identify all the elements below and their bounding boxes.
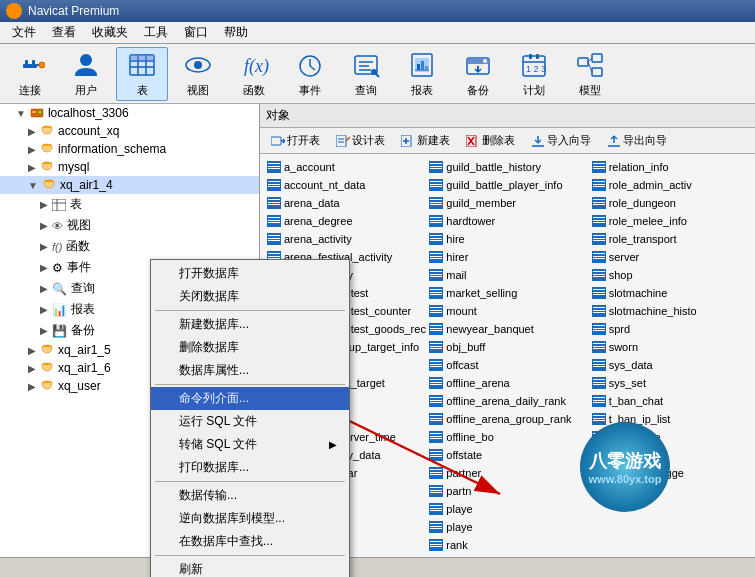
sidebar-functions-label: 函数 (66, 238, 90, 255)
table-entry[interactable]: t_broadcast (589, 446, 751, 464)
toolbar-query[interactable]: 查询 (340, 47, 392, 101)
menu-file[interactable]: 文件 (4, 22, 44, 43)
table-entry[interactable]: sworn (589, 338, 751, 356)
sidebar-db-account-xq[interactable]: ▶ account_xq (0, 122, 259, 140)
table-entry[interactable]: offline_arena (426, 374, 588, 392)
table-entry[interactable]: role_admin_activ (589, 176, 751, 194)
context-menu-item[interactable]: 打印数据库... (151, 456, 349, 479)
table-entry[interactable]: obj_buff (426, 338, 588, 356)
table-entry[interactable]: t_ban_role (589, 428, 751, 446)
toolbar-event[interactable]: 事件 (284, 47, 336, 101)
context-menu-item[interactable]: 在数据库中查找... (151, 530, 349, 553)
svg-rect-57 (271, 137, 281, 145)
table-entry[interactable]: hire (426, 230, 588, 248)
btn-export[interactable]: 导出向导 (600, 130, 674, 151)
toolbar-function[interactable]: f(x) 函数 (228, 47, 280, 101)
table-entry[interactable]: arena_degree (264, 212, 426, 230)
table-entry[interactable]: mount (426, 302, 588, 320)
sidebar-server[interactable]: ▼ localhost_3306 (0, 104, 259, 122)
context-menu-item[interactable]: 新建数据库... (151, 313, 349, 336)
table-entry[interactable]: guild_battle_player_info (426, 176, 588, 194)
toolbar-table[interactable]: 表 (116, 47, 168, 101)
menu-tools[interactable]: 工具 (136, 22, 176, 43)
menu-window[interactable]: 窗口 (176, 22, 216, 43)
toolbar-backup[interactable]: 备份 (452, 47, 504, 101)
context-menu-item[interactable]: 数据库属性... (151, 359, 349, 382)
menu-view[interactable]: 查看 (44, 22, 84, 43)
toolbar-schedule[interactable]: 1 2 3 计划 (508, 47, 560, 101)
table-entry[interactable]: t_ban_chat (589, 392, 751, 410)
table-entry[interactable]: hardtower (426, 212, 588, 230)
db-label: xq_air1_4 (60, 178, 113, 192)
table-entry[interactable]: playe (426, 518, 588, 536)
table-entry[interactable] (589, 518, 751, 536)
table-entry[interactable]: partn (426, 482, 588, 500)
context-menu-item[interactable]: 命令列介面... (151, 387, 349, 410)
table-entry[interactable]: offline_bo (426, 428, 588, 446)
sidebar-db-xq-air1-4[interactable]: ▼ xq_air1_4 (0, 176, 259, 194)
sidebar-views[interactable]: ▶ 👁 视图 (0, 215, 259, 236)
table-entry[interactable]: sprd (589, 320, 751, 338)
menu-favorites[interactable]: 收藏夹 (84, 22, 136, 43)
table-entry-icon (592, 215, 606, 227)
context-menu-item[interactable]: 运行 SQL 文件 (151, 410, 349, 433)
table-entry[interactable]: task auto trigge (589, 464, 751, 482)
table-entry[interactable] (589, 500, 751, 518)
table-entry[interactable]: market_selling (426, 284, 588, 302)
table-entry-icon (429, 251, 443, 263)
context-menu-item[interactable]: 刷新 (151, 558, 349, 577)
context-menu-item[interactable]: 打开数据库 (151, 262, 349, 285)
toolbar-model[interactable]: 模型 (564, 47, 616, 101)
table-entry[interactable]: role_dungeon (589, 194, 751, 212)
table-entry[interactable]: arena_activity (264, 230, 426, 248)
sidebar-functions[interactable]: ▶ f() 函数 (0, 236, 259, 257)
table-entry[interactable]: hirer (426, 248, 588, 266)
table-entry[interactable]: relation_info (589, 158, 751, 176)
menu-help[interactable]: 帮助 (216, 22, 256, 43)
context-menu-item[interactable]: 逆向数据库到模型... (151, 507, 349, 530)
toolbar-report[interactable]: 报表 (396, 47, 448, 101)
table-entry[interactable]: offcast (426, 356, 588, 374)
toolbar-view[interactable]: 视图 (172, 47, 224, 101)
sidebar-db-info-schema[interactable]: ▶ information_schema (0, 140, 259, 158)
table-entry[interactable] (589, 482, 751, 500)
btn-import[interactable]: 导入向导 (524, 130, 598, 151)
table-entry[interactable]: sys_set (589, 374, 751, 392)
sidebar-db-mysql[interactable]: ▶ mysql (0, 158, 259, 176)
table-entry[interactable]: t_ban_ip_list (589, 410, 751, 428)
table-entry[interactable]: a_account (264, 158, 426, 176)
sidebar-tables[interactable]: ▶ 表 (0, 194, 259, 215)
context-menu-item[interactable]: 数据传输... (151, 484, 349, 507)
btn-delete-table[interactable]: 删除表 (459, 130, 522, 151)
table-entry[interactable]: mail (426, 266, 588, 284)
table-entry[interactable]: rank (426, 536, 588, 554)
toolbar-user[interactable]: 用户 (60, 47, 112, 101)
toolbar-event-label: 事件 (299, 83, 321, 98)
btn-new-table[interactable]: 新建表 (394, 130, 457, 151)
table-entry[interactable]: offstate (426, 446, 588, 464)
table-entry[interactable]: slotmachine_histo (589, 302, 751, 320)
table-entry[interactable]: role_transport (589, 230, 751, 248)
context-menu-item[interactable]: 删除数据库 (151, 336, 349, 359)
table-entry[interactable]: offline_arena_daily_rank (426, 392, 588, 410)
table-entry[interactable]: newyear_banquet (426, 320, 588, 338)
btn-open-table[interactable]: 打开表 (264, 130, 327, 151)
table-entry[interactable]: server (589, 248, 751, 266)
context-menu-item[interactable]: 转储 SQL 文件▶ (151, 433, 349, 456)
context-menu-item[interactable]: 关闭数据库 (151, 285, 349, 308)
toolbar-connect[interactable]: 连接 (4, 47, 56, 101)
table-entry[interactable]: sys_data (589, 356, 751, 374)
table-entry[interactable]: role_melee_info (589, 212, 751, 230)
table-entry[interactable]: shop (589, 266, 751, 284)
table-entry[interactable]: guild_member (426, 194, 588, 212)
toolbar-model-label: 模型 (579, 83, 601, 98)
btn-design-table[interactable]: 设计表 (329, 130, 392, 151)
table-entry[interactable]: slotmachine (589, 284, 751, 302)
table-entry[interactable]: playe (426, 500, 588, 518)
table-entry[interactable]: guild_battle_history (426, 158, 588, 176)
table-entry[interactable]: partner (426, 464, 588, 482)
table-entry[interactable]: arena_data (264, 194, 426, 212)
table-entry[interactable]: offline_arena_group_rank (426, 410, 588, 428)
table-entry[interactable] (589, 536, 751, 554)
table-entry[interactable]: account_nt_data (264, 176, 426, 194)
